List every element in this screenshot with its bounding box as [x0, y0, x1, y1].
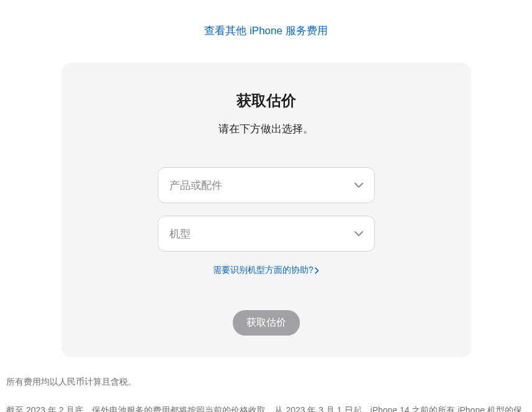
other-iphone-services-link[interactable]: 查看其他 iPhone 服务费用 [204, 25, 327, 37]
get-estimate-button[interactable]: 获取估价 [233, 310, 300, 336]
model-help-link[interactable]: 需要识别机型方面的协助? [213, 265, 319, 276]
product-select-placeholder: 产品或配件 [169, 178, 222, 193]
model-help-link-text: 需要识别机型方面的协助? [213, 265, 313, 276]
chevron-down-icon [354, 229, 363, 238]
footer-tax-note: 所有费用均以人民币计算且含税。 [6, 373, 526, 390]
model-select[interactable]: 机型 [158, 216, 375, 252]
product-select[interactable]: 产品或配件 [158, 167, 375, 203]
chevron-right-icon [315, 267, 319, 274]
estimate-card: 获取估价 请在下方做出选择。 产品或配件 机型 需要识别机型方面的协助? 获取估… [61, 63, 471, 357]
card-subtitle: 请在下方做出选择。 [86, 122, 446, 136]
card-title: 获取估价 [86, 91, 446, 111]
chevron-down-icon [354, 181, 363, 190]
model-select-placeholder: 机型 [169, 227, 191, 241]
footer-price-increase-note: 截至 2023 年 2 月底，保外电池服务的费用都将按照当前的价格收取。从 20… [6, 401, 526, 412]
